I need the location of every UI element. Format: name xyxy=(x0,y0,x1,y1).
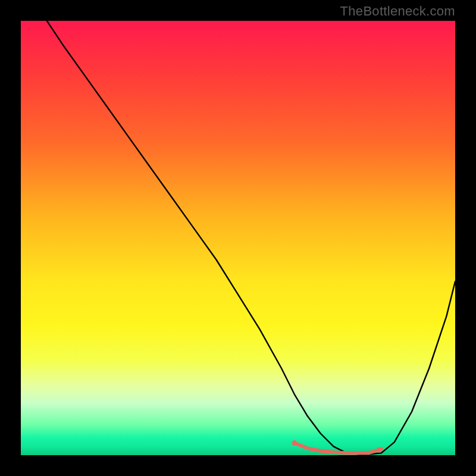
plot-area xyxy=(21,21,455,455)
watermark-text: TheBottleneck.com xyxy=(340,4,455,19)
chart-frame: TheBottleneck.com xyxy=(0,0,476,476)
